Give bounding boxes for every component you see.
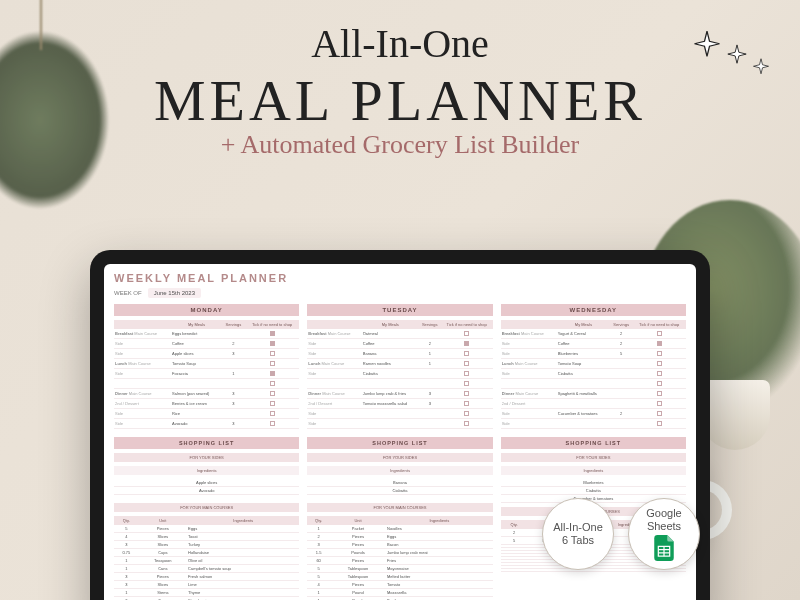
grocery-cell[interactable]: Tablespoon xyxy=(330,573,386,581)
grocery-cell[interactable]: 3 xyxy=(114,581,139,589)
checkbox[interactable] xyxy=(270,401,275,406)
grocery-cell[interactable]: Fresh salmon xyxy=(187,573,299,581)
meal-cell[interactable]: Coffee xyxy=(171,339,222,349)
grocery-cell[interactable]: Noodles xyxy=(386,525,493,533)
meal-cell[interactable]: Tomato Soup xyxy=(557,359,610,369)
checkbox[interactable] xyxy=(464,411,469,416)
checkbox[interactable] xyxy=(657,401,662,406)
grocery-cell[interactable]: Fries xyxy=(386,557,493,565)
grocery-cell[interactable]: 3 xyxy=(114,541,139,549)
servings-cell[interactable] xyxy=(419,369,441,379)
grocery-cell[interactable]: 1 xyxy=(114,557,139,565)
grocery-cell[interactable]: 5 xyxy=(307,565,330,573)
checkbox[interactable] xyxy=(464,401,469,406)
grocery-cell[interactable]: 1 xyxy=(114,565,139,573)
meal-cell[interactable]: Yogurt & Cereal xyxy=(557,329,610,339)
grocery-cell[interactable]: Mayonnaise xyxy=(386,565,493,573)
checkbox[interactable] xyxy=(657,381,662,386)
grocery-cell[interactable]: 1 xyxy=(307,597,330,601)
meal-cell[interactable] xyxy=(362,379,419,389)
checkbox[interactable] xyxy=(464,371,469,376)
grocery-cell[interactable]: Pound xyxy=(330,589,386,597)
checkbox[interactable] xyxy=(464,331,469,336)
checkbox[interactable] xyxy=(464,341,469,346)
checkbox[interactable] xyxy=(270,411,275,416)
servings-cell[interactable]: 2 xyxy=(610,329,632,339)
servings-cell[interactable] xyxy=(610,399,632,409)
grocery-cell[interactable]: Slices xyxy=(139,581,188,589)
checkbox[interactable] xyxy=(657,351,662,356)
checkbox[interactable] xyxy=(270,361,275,366)
meal-cell[interactable] xyxy=(557,379,610,389)
servings-cell[interactable] xyxy=(222,409,245,419)
ingredient-row[interactable]: Ciabatta xyxy=(307,487,492,495)
grocery-cell[interactable]: Pieces xyxy=(330,541,386,549)
meal-cell[interactable]: Spaghetti & meatballs xyxy=(557,389,610,399)
grocery-cell[interactable]: 5 xyxy=(501,537,528,545)
grocery-cell[interactable]: 5 xyxy=(114,525,139,533)
grocery-cell[interactable]: Stems xyxy=(139,589,188,597)
grocery-cell[interactable]: Lime xyxy=(187,581,299,589)
grocery-cell[interactable]: Jumbo lump crab meat xyxy=(386,549,493,557)
meal-cell[interactable]: Berries & ice cream xyxy=(171,399,222,409)
checkbox[interactable] xyxy=(464,351,469,356)
grocery-cell[interactable]: Bunch xyxy=(330,597,386,601)
servings-cell[interactable] xyxy=(419,419,441,429)
grocery-cell[interactable]: 60 xyxy=(307,557,330,565)
meal-cell[interactable]: Focaccia xyxy=(171,369,222,379)
servings-cell[interactable] xyxy=(610,369,632,379)
checkbox[interactable] xyxy=(270,381,275,386)
checkbox[interactable] xyxy=(270,391,275,396)
grocery-cell[interactable]: 1 xyxy=(307,525,330,533)
meal-cell[interactable] xyxy=(362,409,419,419)
grocery-cell[interactable]: Pieces xyxy=(139,573,188,581)
meal-cell[interactable]: Ciabatta xyxy=(362,369,419,379)
meal-cell[interactable]: Ciabatta xyxy=(557,369,610,379)
grocery-cell[interactable] xyxy=(501,569,528,572)
grocery-cell[interactable]: 0.75 xyxy=(114,549,139,557)
grocery-cell[interactable]: Campbell's tomato soup xyxy=(187,565,299,573)
servings-cell[interactable] xyxy=(222,359,245,369)
checkbox[interactable] xyxy=(464,381,469,386)
checkbox[interactable] xyxy=(270,351,275,356)
servings-cell[interactable]: 2 xyxy=(610,409,632,419)
meal-cell[interactable]: Coffee xyxy=(557,339,610,349)
grocery-cell[interactable]: 3 xyxy=(307,541,330,549)
servings-cell[interactable]: 1 xyxy=(419,349,441,359)
meal-cell[interactable] xyxy=(171,379,222,389)
meal-cell[interactable]: Salmon (pan seared) xyxy=(171,389,222,399)
ingredient-row[interactable]: Apple slices xyxy=(114,479,299,487)
grocery-cell[interactable]: Slices xyxy=(139,541,188,549)
grocery-cell[interactable]: 3 xyxy=(114,573,139,581)
grocery-cell[interactable]: Pieces xyxy=(139,525,188,533)
meal-cell[interactable] xyxy=(362,419,419,429)
servings-cell[interactable]: 3 xyxy=(222,419,245,429)
meal-cell[interactable]: Oatmeal xyxy=(362,329,419,339)
grocery-cell[interactable]: Eggs xyxy=(187,525,299,533)
checkbox[interactable] xyxy=(657,411,662,416)
servings-cell[interactable] xyxy=(419,379,441,389)
servings-cell[interactable] xyxy=(419,409,441,419)
meal-cell[interactable]: Banana xyxy=(362,349,419,359)
meal-cell[interactable]: Coffee xyxy=(362,339,419,349)
servings-cell[interactable]: 5 xyxy=(610,349,632,359)
checkbox[interactable] xyxy=(464,361,469,366)
servings-cell[interactable] xyxy=(610,359,632,369)
servings-cell[interactable]: 3 xyxy=(222,399,245,409)
servings-cell[interactable]: 3 xyxy=(419,399,441,409)
checkbox[interactable] xyxy=(657,371,662,376)
grocery-cell[interactable]: Pieces xyxy=(330,533,386,541)
grocery-cell[interactable]: 1 xyxy=(114,589,139,597)
grocery-cell[interactable]: Mozzarella xyxy=(386,589,493,597)
meal-cell[interactable]: Avocado xyxy=(171,419,222,429)
servings-cell[interactable] xyxy=(222,379,245,389)
servings-cell[interactable]: 3 xyxy=(222,349,245,359)
servings-cell[interactable]: 1 xyxy=(419,359,441,369)
grocery-cell[interactable]: 2 xyxy=(307,533,330,541)
grocery-cell[interactable]: Packet xyxy=(330,525,386,533)
meal-cell[interactable] xyxy=(557,419,610,429)
checkbox[interactable] xyxy=(657,361,662,366)
grocery-cell[interactable]: 1 xyxy=(307,589,330,597)
grocery-cell[interactable]: Toast xyxy=(187,533,299,541)
meal-cell[interactable]: Apple slices xyxy=(171,349,222,359)
